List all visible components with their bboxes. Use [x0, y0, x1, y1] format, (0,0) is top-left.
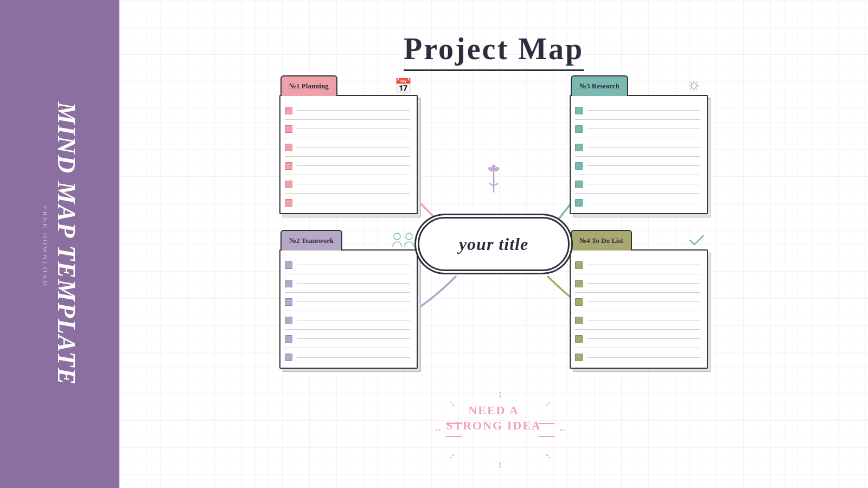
todo-line-6: [575, 348, 700, 367]
svg-point-1: [492, 165, 495, 169]
card-todo-wrapper: №4 To Do List: [570, 249, 708, 369]
card-teamwork-wrapper: №2 Teamwork: [279, 249, 418, 369]
svg-line-9: [546, 454, 550, 458]
teamwork-line-6: [285, 348, 410, 367]
research-line-2: [575, 120, 700, 138]
planning-checkbox-2: [285, 125, 292, 133]
crown-decoration: [477, 163, 510, 202]
todo-line-3: [575, 293, 700, 311]
planning-line-1: [285, 101, 410, 120]
teamwork-line-2: [285, 274, 410, 293]
svg-line-7: [546, 402, 550, 406]
research-lines: [571, 96, 707, 217]
svg-line-8: [450, 454, 454, 458]
teamwork-line-4: [285, 311, 410, 330]
research-line-6: [575, 194, 700, 212]
card-research-tab: №3 Research: [571, 75, 628, 96]
teamwork-line-3: [285, 293, 410, 311]
planning-line-3: [285, 138, 410, 157]
todo-number: №4: [579, 236, 590, 245]
teamwork-number: №2: [289, 236, 300, 245]
center-oval: your title: [418, 217, 570, 271]
research-line-3: [575, 138, 700, 157]
todo-lines: [571, 251, 707, 372]
todo-line-1: [575, 256, 700, 274]
planning-line-5: [285, 175, 410, 194]
page-title-area: Project Map: [404, 33, 584, 71]
main-content: Project Map: [119, 0, 868, 488]
planning-checkbox-3: [285, 144, 292, 151]
research-line-4: [575, 157, 700, 175]
planning-checkbox-5: [285, 181, 292, 188]
bottom-idea-area: Need a Strong Idea: [446, 403, 541, 434]
teamwork-lines: [280, 251, 417, 372]
card-planning-wrapper: №1 Planning 📅: [279, 95, 418, 214]
research-label: Research: [592, 82, 620, 91]
planning-line-2: [285, 120, 410, 138]
todo-icon: [689, 230, 704, 251]
title-underline: [404, 69, 584, 71]
page-title: Project Map: [404, 33, 584, 66]
todo-line-2: [575, 274, 700, 293]
planning-checkbox-1: [285, 107, 292, 114]
todo-line-5: [575, 330, 700, 348]
teamwork-line-1: [285, 256, 410, 274]
svg-point-15: [406, 233, 412, 240]
card-todo-front: №4 To Do List: [570, 249, 708, 369]
planning-line-6: [285, 194, 410, 212]
center-oval-text: your title: [459, 234, 528, 254]
research-line-1: [575, 101, 700, 120]
todo-line-4: [575, 311, 700, 330]
card-planning-front: №1 Planning 📅: [279, 95, 418, 214]
teamwork-label: Teamwork: [302, 236, 334, 245]
planning-label: Planning: [302, 82, 329, 91]
sidebar-free-label: FREE DOWNLOAD: [41, 206, 49, 288]
bottom-idea-text: Need a Strong Idea: [446, 403, 541, 434]
todo-label: To Do List: [592, 236, 623, 245]
svg-point-14: [394, 233, 400, 240]
research-number: №3: [579, 82, 590, 91]
svg-point-17: [691, 83, 697, 88]
card-planning-tab: №1 Planning: [280, 75, 337, 96]
card-todo-tab: №4 To Do List: [571, 230, 632, 251]
card-research-front: №3 Research: [570, 95, 708, 214]
research-line-5: [575, 175, 700, 194]
planning-number: №1: [289, 82, 300, 91]
card-teamwork-front: №2 Teamwork: [279, 249, 418, 369]
sidebar-title: MIND MAP TEMPLATE: [54, 102, 79, 386]
planning-checkbox-4: [285, 162, 292, 170]
card-teamwork-tab: №2 Teamwork: [280, 230, 342, 251]
planning-icon: 📅: [394, 75, 412, 96]
planning-checkbox-6: [285, 199, 292, 207]
teamwork-line-5: [285, 330, 410, 348]
sidebar: FREE DOWNLOAD MIND MAP TEMPLATE: [0, 0, 119, 488]
planning-lines: [280, 96, 417, 217]
planning-line-4: [285, 157, 410, 175]
research-icon: [685, 75, 704, 96]
card-research-wrapper: №3 Research: [570, 95, 708, 214]
